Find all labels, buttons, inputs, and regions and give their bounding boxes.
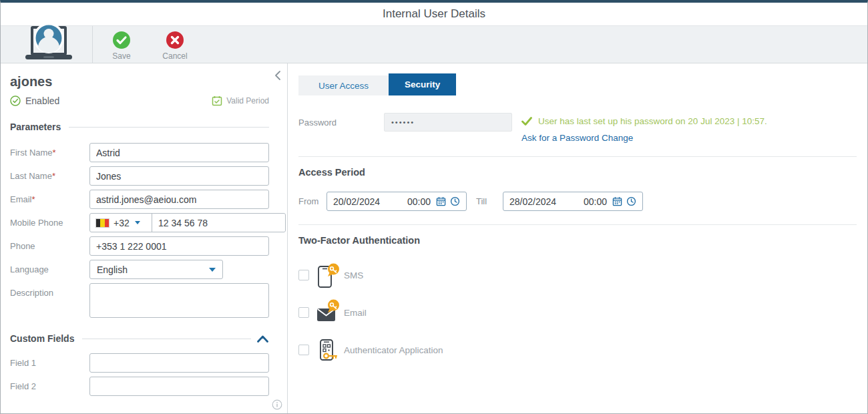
calendar-icon[interactable] [612, 196, 622, 206]
tab-bar: User Access Security [298, 73, 857, 95]
email-checkbox[interactable] [298, 307, 309, 318]
last-name-label: Last Name* [10, 166, 89, 186]
clock-icon[interactable] [450, 196, 460, 206]
description-label: Description [10, 283, 89, 318]
mobile-phone-label: Mobile Phone [10, 213, 89, 232]
tfa-sms-row: SMS [298, 262, 857, 288]
divider [69, 127, 269, 128]
ask-password-change-link[interactable]: Ask for a Password Change [521, 133, 767, 143]
till-date-field[interactable]: 28/02/2024 00:00 [503, 192, 643, 211]
password-label: Password [298, 113, 384, 143]
qr-phone-key-icon [313, 337, 344, 363]
valid-period-label: Valid Period [226, 96, 269, 106]
custom-field-2-input[interactable] [89, 377, 269, 396]
mobile-phone-combo: +32 [89, 213, 286, 232]
toolbar: Save Cancel [1, 25, 867, 63]
email-row: Email* [10, 190, 269, 209]
phone-row: Phone [10, 236, 269, 256]
custom-fields-title: Custom Fields [10, 333, 74, 344]
password-field: •••••• [384, 113, 512, 132]
tfa-email-label: Email [344, 308, 367, 318]
tab-security[interactable]: Security [389, 73, 456, 95]
collapse-panel-icon[interactable] [273, 70, 282, 81]
email-field[interactable] [89, 190, 269, 209]
language-select[interactable]: English [89, 260, 223, 279]
divider [82, 339, 251, 339]
country-code-value: +32 [114, 218, 130, 228]
title-bar: Internal User Details [1, 3, 867, 25]
password-status-message: User has last set up his password on 20 … [538, 116, 767, 126]
save-button[interactable]: Save [106, 26, 137, 63]
description-row: Description [10, 283, 269, 318]
user-details-panel: ajones Enabled [1, 63, 288, 413]
username-heading: ajones [10, 74, 269, 89]
check-icon [521, 117, 532, 126]
till-date-value: 28/02/2024 [509, 196, 580, 207]
two-factor-title: Two-Factor Authentication [298, 235, 857, 246]
first-name-row: First Name* [10, 143, 269, 162]
parameters-section-header: Parameters [10, 122, 269, 132]
valid-period-button[interactable]: Valid Period [212, 95, 269, 106]
till-label: Till [476, 196, 503, 206]
enabled-status-icon [10, 95, 21, 106]
internal-user-avatar-icon [19, 21, 78, 63]
from-label: From [298, 196, 327, 206]
internal-user-details-window: Internal User Details [0, 0, 868, 414]
from-date-value: 20/02/2024 [333, 196, 403, 207]
phone-key-icon [313, 262, 344, 288]
calendar-icon[interactable] [436, 196, 446, 206]
divider [298, 156, 857, 157]
language-label: Language [10, 260, 89, 279]
custom-field-1-row: Field 1 [10, 353, 269, 373]
custom-field-1-input[interactable] [89, 353, 269, 373]
chevron-down-icon [135, 221, 140, 224]
language-row: Language English [10, 260, 269, 279]
phone-label: Phone [10, 236, 89, 256]
first-name-label: First Name* [10, 143, 89, 162]
cancel-icon [166, 31, 184, 49]
tfa-authenticator-row: Authenticator Application [298, 337, 857, 363]
password-row: Password •••••• User has last set up his… [298, 113, 857, 143]
tab-user-access[interactable]: User Access [298, 75, 389, 95]
mobile-phone-row: Mobile Phone +32 [10, 213, 269, 232]
authenticator-checkbox[interactable] [298, 345, 309, 355]
custom-field-2-label: Field 2 [10, 377, 89, 396]
language-value: English [97, 264, 128, 275]
chevron-down-icon [209, 268, 216, 272]
envelope-key-icon [313, 299, 344, 326]
till-time-value: 00:00 [584, 196, 607, 207]
tfa-authenticator-label: Authenticator Application [344, 345, 443, 355]
cancel-button[interactable]: Cancel [160, 26, 190, 63]
clock-icon[interactable] [626, 196, 636, 206]
mobile-phone-field[interactable] [152, 214, 285, 232]
tfa-sms-label: SMS [344, 270, 363, 280]
last-name-row: Last Name* [10, 166, 269, 186]
from-date-field[interactable]: 20/02/2024 00:00 [327, 192, 467, 211]
access-period-title: Access Period [298, 167, 857, 178]
info-icon[interactable] [272, 399, 282, 410]
from-time-value: 00:00 [407, 196, 431, 207]
description-field[interactable] [89, 283, 269, 318]
toolbar-divider [92, 26, 93, 63]
custom-field-2-row: Field 2 [10, 377, 269, 396]
custom-fields-section-header: Custom Fields [10, 333, 269, 344]
sms-checkbox[interactable] [298, 270, 309, 280]
email-label: Email* [10, 190, 89, 209]
cancel-button-label: Cancel [162, 51, 187, 61]
parameters-title: Parameters [10, 122, 61, 132]
first-name-field[interactable] [89, 143, 269, 162]
status-badge: Enabled [25, 95, 59, 106]
tfa-email-row: Email [298, 299, 857, 326]
phone-field[interactable] [89, 236, 269, 256]
page-title: Internal User Details [383, 7, 485, 21]
country-code-select[interactable]: +32 [90, 214, 152, 232]
last-name-field[interactable] [89, 166, 269, 186]
belgium-flag-icon [95, 218, 110, 228]
save-button-label: Save [112, 51, 130, 61]
access-period-row: From 20/02/2024 00:00 [298, 192, 857, 211]
security-panel: User Access Security Password •••••• [288, 63, 867, 413]
password-masked-value: •••••• [391, 118, 415, 126]
custom-field-1-label: Field 1 [10, 353, 89, 373]
collapse-section-icon[interactable] [256, 335, 269, 343]
divider [298, 224, 857, 225]
